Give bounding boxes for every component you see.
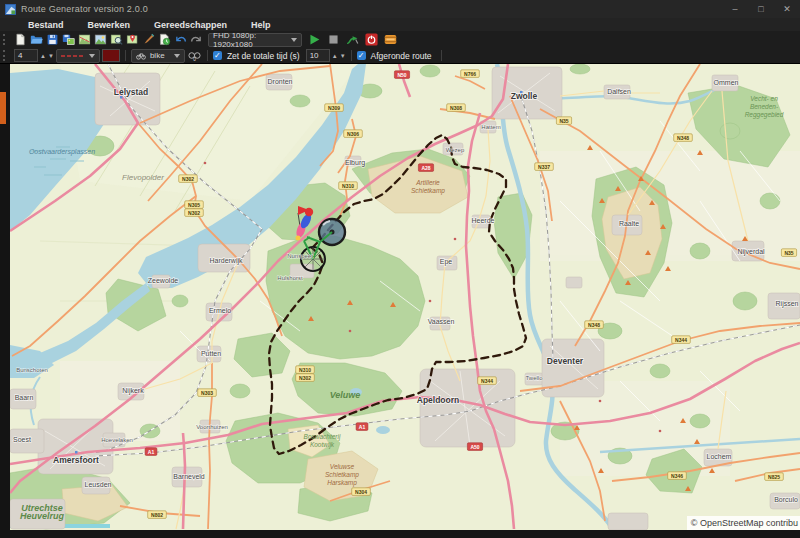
map-label: Flevopolder <box>122 173 164 182</box>
map-label: Lelystad <box>114 87 149 97</box>
spin-down-icon[interactable]: ▼ <box>48 53 54 59</box>
svg-text:A28: A28 <box>421 165 430 171</box>
new-file-button[interactable] <box>13 32 28 47</box>
svg-text:N344: N344 <box>675 337 687 343</box>
menu-item-bestand[interactable]: Bestand <box>16 20 76 30</box>
map-label: Amersfoort <box>53 455 99 465</box>
road-shield: N50 <box>394 71 409 79</box>
spin-up-icon[interactable]: ▲ <box>40 53 46 59</box>
open-folder-button[interactable] <box>29 32 44 47</box>
map-label: Borculo <box>774 496 798 503</box>
save-images-icon <box>62 33 75 46</box>
total-time-checkbox[interactable] <box>213 51 222 60</box>
chevron-down-icon <box>174 54 180 58</box>
map-label: Voorthuizen <box>196 424 228 430</box>
open-folder-icon <box>30 33 43 46</box>
map-label: Veluwe <box>330 390 361 400</box>
play-icon <box>308 33 321 46</box>
map-label: Ermelo <box>209 307 231 314</box>
map-edit-button[interactable] <box>77 32 92 47</box>
save-images-button[interactable] <box>61 32 76 47</box>
resolution-dropdown[interactable]: FHD 1080p: 1920x1080 <box>208 33 302 47</box>
map-marker-button[interactable] <box>125 32 140 47</box>
menu-bar: BestandBewerkenGereedschappenHelp <box>0 18 800 31</box>
save-button[interactable] <box>45 32 60 47</box>
map-label: Vecht- enBeneden-Reggegebied <box>745 95 784 119</box>
spin-down-icon[interactable]: ▼ <box>340 53 346 59</box>
road-shield: N310 <box>296 366 315 374</box>
play-button[interactable] <box>307 32 322 47</box>
dash-pattern-icon <box>61 55 83 57</box>
maximize-button[interactable]: □ <box>748 0 774 18</box>
road-shield: N308 <box>447 104 466 112</box>
svg-text:N348: N348 <box>677 135 689 141</box>
road-shield: N348 <box>585 321 604 329</box>
abort-render-button[interactable] <box>364 32 379 47</box>
map-label: Barneveld <box>173 473 205 480</box>
vehicle-dropdown[interactable]: bike <box>131 49 185 63</box>
undo-button[interactable] <box>173 32 188 47</box>
road-shield: A1 <box>145 448 157 456</box>
generate-route-button[interactable] <box>345 32 360 47</box>
map-edit-icon <box>78 33 91 46</box>
menu-item-gereedschappen[interactable]: Gereedschappen <box>142 20 239 30</box>
svg-text:N308: N308 <box>450 105 462 111</box>
line-width-value[interactable]: 4 <box>14 49 38 62</box>
map-label: Dalfsen <box>607 88 631 95</box>
total-time-value[interactable]: 10 <box>306 49 330 62</box>
save-icon <box>46 33 59 46</box>
toolbar-grip[interactable] <box>3 50 9 61</box>
map-label: Leusden <box>85 481 112 488</box>
image-preview-button[interactable] <box>93 32 108 47</box>
road-shield: N348 <box>674 134 693 142</box>
road-shield: N310 <box>339 182 358 190</box>
rounded-route-checkbox[interactable] <box>357 51 366 60</box>
svg-text:N305: N305 <box>188 202 200 208</box>
toolbar-grip[interactable] <box>3 34 9 45</box>
map-canvas[interactable]: LelystadZwolleAmersfoortApeldoornDevente… <box>10 63 800 530</box>
redo-button[interactable] <box>189 32 204 47</box>
svg-text:N302: N302 <box>299 375 311 381</box>
map-label: Nijkerk <box>122 387 144 395</box>
minimize-button[interactable]: – <box>722 0 748 18</box>
osm-attribution[interactable]: © OpenStreetMap contribu <box>687 516 800 530</box>
svg-text:A50: A50 <box>470 444 479 450</box>
chevron-down-icon <box>291 38 297 42</box>
map-label: Soest <box>13 436 31 443</box>
svg-text:N337: N337 <box>538 164 550 170</box>
line-style-dropdown[interactable] <box>56 49 100 63</box>
total-time-spinner[interactable]: 10 ▲ ▼ <box>306 49 346 62</box>
svg-text:A1: A1 <box>359 424 366 430</box>
road-shield: N344 <box>478 377 497 385</box>
export-frames-icon <box>384 33 397 46</box>
svg-text:0: 0 <box>193 57 196 62</box>
toolbar-separator <box>207 50 208 61</box>
map-zoom-button[interactable] <box>109 32 124 47</box>
paint-route-button[interactable] <box>141 32 156 47</box>
svg-text:N304: N304 <box>355 489 367 495</box>
road-shield: N303 <box>198 389 217 397</box>
spin-up-icon[interactable]: ▲ <box>332 53 338 59</box>
export-frames-button[interactable] <box>383 32 398 47</box>
svg-text:N50: N50 <box>397 72 406 78</box>
map-label: Zeewolde <box>148 277 178 284</box>
svg-text:N302: N302 <box>182 176 194 182</box>
close-button[interactable]: ✕ <box>774 0 800 18</box>
map-label: Baarn <box>15 394 34 401</box>
road-shield: N309 <box>325 104 344 112</box>
toolbar-separator <box>351 50 352 61</box>
reset-vehicle-button[interactable]: 0 <box>187 48 202 63</box>
map-label: Bunschoten <box>16 367 48 373</box>
stop-button[interactable] <box>326 32 341 47</box>
line-width-spinner[interactable]: 4 ▲ ▼ <box>14 49 54 62</box>
route-color-swatch[interactable] <box>102 49 120 62</box>
image-preview-icon <box>94 33 107 46</box>
menu-item-help[interactable]: Help <box>239 20 283 30</box>
map-label: Nunspeet <box>287 253 313 259</box>
menu-item-bewerken[interactable]: Bewerken <box>76 20 143 30</box>
svg-text:N310: N310 <box>342 183 354 189</box>
map-label: Apeldoorn <box>417 395 460 405</box>
svg-text:N310: N310 <box>299 367 311 373</box>
gpx-time-button[interactable] <box>157 32 172 47</box>
new-file-icon <box>14 33 27 46</box>
